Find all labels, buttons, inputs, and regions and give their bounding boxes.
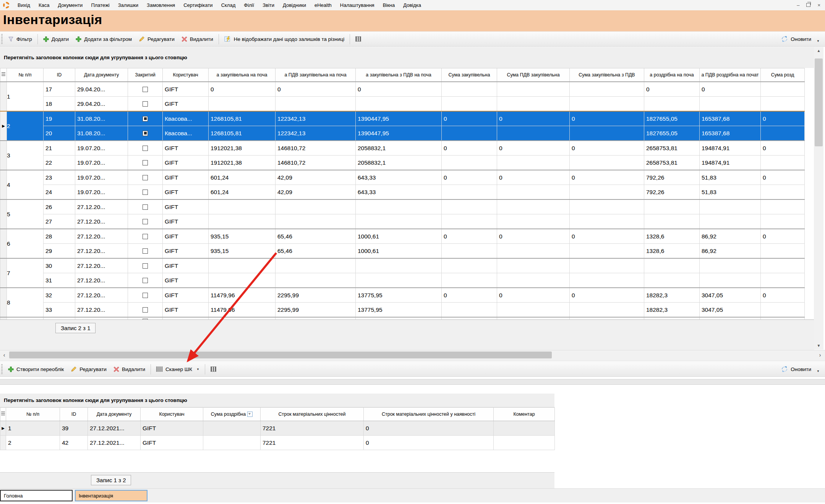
column-header[interactable]: а роздрібна на поча (644, 68, 700, 82)
grid-row[interactable]: 3127.12.20...GIFT (0, 273, 805, 288)
closed-checkbox-cell[interactable] (128, 141, 163, 156)
grid-row[interactable]: 2219.07.20...GIFT1912021,38146810,722058… (0, 156, 805, 170)
column-header[interactable]: Користувач (163, 68, 209, 82)
vertical-scrollbar[interactable]: ▲ ▼ (814, 47, 823, 350)
closed-checkbox-cell[interactable] (128, 214, 163, 229)
column-header[interactable]: а ПДВ закупівельна на поча (276, 68, 356, 82)
grid-row[interactable]: 24227.12.2021...GIFT72210 (0, 436, 555, 450)
column-header[interactable]: Сума ПДВ закупівельна (497, 68, 570, 82)
filter-button[interactable]: Фільтр (5, 34, 36, 44)
toolbar-grip[interactable] (1, 34, 3, 44)
column-header[interactable]: а закупівельна з ПДВ на поча (356, 68, 442, 82)
column-chooser-button[interactable] (207, 365, 220, 374)
grid-row[interactable]: 11729.04.20...GIFT00000 (0, 82, 805, 97)
closed-checkbox-cell[interactable] (128, 185, 163, 200)
column-header[interactable]: Строк матеріальних цінностей у наявності (364, 408, 494, 421)
main-group-panel[interactable]: Перетягніть заголовок колонки сюди для у… (0, 47, 814, 68)
menu-item[interactable]: eHealth (310, 2, 336, 8)
menu-item[interactable]: Довідка (399, 2, 425, 8)
menu-item[interactable]: Каса (34, 2, 54, 8)
column-chooser-corner[interactable] (0, 68, 7, 82)
menu-item[interactable]: Налаштування (336, 2, 379, 8)
column-header[interactable]: Дата документу (75, 68, 128, 82)
column-header[interactable]: Коментар (494, 408, 555, 421)
menu-item[interactable]: Вихід (13, 2, 34, 8)
delete-button[interactable]: Видалити (178, 34, 217, 44)
menu-item[interactable]: Звіти (258, 2, 279, 8)
column-header[interactable]: № п/п (6, 408, 60, 421)
closed-checkbox-cell[interactable] (128, 82, 163, 97)
refresh-dropdown-icon[interactable]: ▼ (817, 39, 820, 44)
closed-checkbox-cell[interactable] (128, 303, 163, 318)
edit-recount-button[interactable]: Редагувати (67, 364, 110, 374)
column-header[interactable]: Дата документу (88, 408, 141, 421)
grid-row[interactable]: 2031.08.20...Квасова...1268105,81122342,… (0, 126, 805, 141)
menu-item[interactable]: Вікна (379, 2, 399, 8)
menu-item[interactable]: Довідники (279, 2, 310, 8)
restore-button[interactable] (806, 3, 810, 8)
column-header[interactable]: № п/п (7, 68, 44, 82)
menu-item[interactable]: Філії (240, 2, 258, 8)
closed-checkbox-cell[interactable] (128, 199, 163, 214)
closed-checkbox-cell[interactable] (128, 97, 163, 112)
close-button[interactable]: × (817, 3, 820, 8)
minimize-button[interactable]: – (797, 3, 799, 8)
closed-checkbox-cell[interactable] (128, 258, 163, 273)
column-header[interactable]: Строк матеріальних цінностей (261, 408, 364, 421)
bottom-group-panel[interactable]: Перетягніть заголовок колонки сюди для у… (0, 394, 554, 407)
grid-row[interactable]: 62827.12.20...GIFT935,1565,461000,610001… (0, 229, 805, 244)
column-header[interactable]: ID (60, 408, 88, 421)
column-chooser-corner[interactable] (0, 408, 6, 421)
menu-item[interactable]: Замовлення (143, 2, 179, 8)
column-header[interactable]: а ПДВ роздрібна на почат (700, 68, 761, 82)
grid-row[interactable]: 73027.12.20...GIFT (0, 258, 805, 273)
scroll-left-icon[interactable]: ‹ (0, 351, 8, 359)
closed-checkbox-cell[interactable] (128, 229, 163, 244)
column-header[interactable]: Сума закупівельна з ПДВ (570, 68, 644, 82)
grid-row[interactable]: 2419.07.20...GIFT601,2442,09643,33792,26… (0, 185, 805, 200)
refresh-button[interactable]: Оновити (778, 34, 815, 44)
grid-row[interactable]: ▶21931.08.20...Квасова...1268105,8112234… (0, 111, 805, 126)
grid-row[interactable]: 3327.12.20...GIFT11479,962295,9913775,95… (0, 303, 805, 318)
closed-checkbox-cell[interactable] (128, 244, 163, 259)
column-header[interactable]: Сума закупівельна (442, 68, 497, 82)
closed-checkbox-cell[interactable] (128, 126, 163, 141)
grid-row[interactable]: 52627.12.20...GIFT (0, 199, 805, 214)
grid-row[interactable]: 1829.04.20...GIFT (0, 97, 805, 112)
column-header[interactable]: а закупівельна на поча (209, 68, 276, 82)
column-header[interactable]: Закритий (128, 68, 163, 82)
closed-checkbox-cell[interactable] (128, 156, 163, 170)
closed-checkbox-cell[interactable] (128, 170, 163, 185)
closed-checkbox-cell[interactable] (128, 111, 163, 126)
scroll-up-icon[interactable]: ▲ (814, 47, 823, 55)
column-filter-icon[interactable] (247, 412, 253, 417)
column-chooser-button[interactable] (352, 34, 365, 44)
column-header[interactable]: ID (44, 68, 75, 82)
refresh-dropdown-icon[interactable]: ▼ (817, 369, 820, 374)
grid-row[interactable]: 32119.07.20...GIFT1912021,38146810,72205… (0, 141, 805, 156)
create-recount-button[interactable]: Створити переоблік (5, 365, 67, 374)
edit-button[interactable]: Редагувати (135, 34, 178, 44)
menu-item[interactable]: Платежі (87, 2, 113, 8)
refresh-bottom-button[interactable]: Оновити (778, 364, 815, 374)
toolbar-grip[interactable] (1, 364, 3, 374)
closed-checkbox-cell[interactable] (128, 288, 163, 303)
hide-balances-toggle-button[interactable]: Не відображати дані щодо залишків та різ… (221, 34, 348, 44)
menu-item[interactable]: Документи (53, 2, 87, 8)
closed-checkbox-cell[interactable] (128, 273, 163, 288)
grid-row[interactable]: 83227.12.20...GIFT11479,962295,9913775,9… (0, 288, 805, 303)
grid-row[interactable]: 2727.12.20...GIFT (0, 214, 805, 229)
delete-recount-button[interactable]: Видалити (110, 365, 149, 374)
tab-active[interactable]: Інвентаризація (75, 490, 147, 501)
column-header[interactable]: Сума роздрібна (203, 408, 261, 421)
menu-item[interactable]: Сертифікати (179, 2, 217, 8)
column-header[interactable]: Користувач (141, 408, 203, 421)
horizontal-scroll-thumb[interactable] (9, 352, 552, 358)
grid-row[interactable]: 42319.07.20...GIFT601,2442,09643,3300079… (0, 170, 805, 185)
grid-row[interactable]: ▶13927.12.2021...GIFT72210 (0, 421, 555, 436)
barcode-scanner-button[interactable]: Сканер ШК ▼ (153, 365, 203, 374)
vertical-scroll-thumb[interactable] (815, 58, 823, 146)
menu-item[interactable]: Склад (217, 2, 240, 8)
add-button[interactable]: Додати (40, 34, 72, 44)
menu-item[interactable]: Залишки (114, 2, 143, 8)
